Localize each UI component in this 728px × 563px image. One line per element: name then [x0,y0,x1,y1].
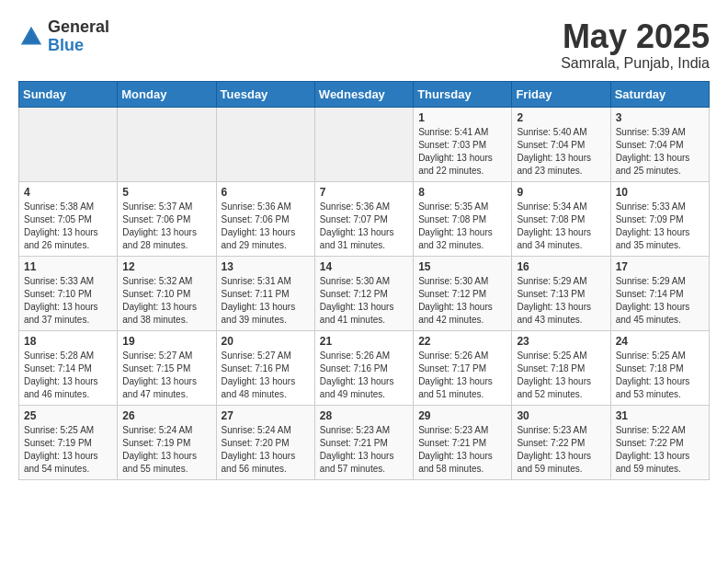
day-number: 4 [24,186,112,199]
day-info: Sunrise: 5:36 AM Sunset: 7:06 PM Dayligh… [222,201,310,252]
calendar-cell: 4Sunrise: 5:38 AM Sunset: 7:05 PM Daylig… [19,181,118,256]
day-info: Sunrise: 5:25 AM Sunset: 7:19 PM Dayligh… [24,424,112,476]
day-header-thursday: Thursday [414,81,512,107]
calendar-cell: 18Sunrise: 5:28 AM Sunset: 7:14 PM Dayli… [19,330,118,405]
day-number: 19 [122,335,210,348]
day-info: Sunrise: 5:23 AM Sunset: 7:22 PM Dayligh… [517,424,605,476]
day-number: 12 [122,260,210,273]
calendar-cell: 15Sunrise: 5:30 AM Sunset: 7:12 PM Dayli… [414,256,512,330]
day-number: 23 [517,335,605,348]
day-info: Sunrise: 5:23 AM Sunset: 7:21 PM Dayligh… [320,424,408,476]
calendar-cell: 29Sunrise: 5:23 AM Sunset: 7:21 PM Dayli… [414,405,512,479]
calendar-week-5: 25Sunrise: 5:25 AM Sunset: 7:19 PM Dayli… [19,405,710,479]
day-number: 5 [122,186,210,199]
calendar-cell: 20Sunrise: 5:27 AM Sunset: 7:16 PM Dayli… [216,330,314,405]
calendar-cell: 2Sunrise: 5:40 AM Sunset: 7:04 PM Daylig… [512,107,610,181]
calendar-cell: 21Sunrise: 5:26 AM Sunset: 7:16 PM Dayli… [314,330,413,405]
calendar-cell: 10Sunrise: 5:33 AM Sunset: 7:09 PM Dayli… [610,181,709,256]
day-number: 24 [616,335,704,348]
title-block: May 2025 Samrala, Punjab, India [561,18,710,72]
calendar-cell: 31Sunrise: 5:22 AM Sunset: 7:22 PM Dayli… [610,405,709,479]
day-info: Sunrise: 5:37 AM Sunset: 7:06 PM Dayligh… [122,201,210,252]
calendar-cell: 11Sunrise: 5:33 AM Sunset: 7:10 PM Dayli… [19,256,118,330]
calendar-cell [314,107,413,181]
calendar-cell: 16Sunrise: 5:29 AM Sunset: 7:13 PM Dayli… [512,256,610,330]
day-info: Sunrise: 5:22 AM Sunset: 7:22 PM Dayligh… [616,424,704,476]
calendar-week-1: 1Sunrise: 5:41 AM Sunset: 7:03 PM Daylig… [19,107,710,181]
logo-blue-text: Blue [48,37,109,55]
day-number: 7 [320,186,408,199]
day-number: 13 [222,260,310,273]
calendar-cell: 5Sunrise: 5:37 AM Sunset: 7:06 PM Daylig… [118,181,216,256]
day-info: Sunrise: 5:33 AM Sunset: 7:09 PM Dayligh… [616,201,704,252]
day-info: Sunrise: 5:29 AM Sunset: 7:14 PM Dayligh… [616,275,704,327]
calendar-cell: 23Sunrise: 5:25 AM Sunset: 7:18 PM Dayli… [512,330,610,405]
day-number: 31 [616,409,704,422]
calendar-cell [118,107,216,181]
calendar-cell: 9Sunrise: 5:34 AM Sunset: 7:08 PM Daylig… [512,181,610,256]
day-info: Sunrise: 5:26 AM Sunset: 7:16 PM Dayligh… [320,350,408,401]
day-number: 28 [320,409,408,422]
calendar-cell: 14Sunrise: 5:30 AM Sunset: 7:12 PM Dayli… [314,256,413,330]
day-info: Sunrise: 5:36 AM Sunset: 7:07 PM Dayligh… [320,201,408,252]
day-info: Sunrise: 5:24 AM Sunset: 7:20 PM Dayligh… [222,424,310,476]
calendar-cell: 17Sunrise: 5:29 AM Sunset: 7:14 PM Dayli… [610,256,709,330]
day-number: 10 [616,186,704,199]
day-info: Sunrise: 5:27 AM Sunset: 7:15 PM Dayligh… [122,350,210,401]
day-info: Sunrise: 5:33 AM Sunset: 7:10 PM Dayligh… [24,275,112,327]
day-number: 22 [418,335,506,348]
day-number: 30 [517,409,605,422]
calendar-cell: 19Sunrise: 5:27 AM Sunset: 7:15 PM Dayli… [118,330,216,405]
day-header-monday: Monday [118,81,216,107]
day-number: 18 [24,335,112,348]
calendar-cell: 3Sunrise: 5:39 AM Sunset: 7:04 PM Daylig… [610,107,709,181]
day-number: 17 [616,260,704,273]
day-info: Sunrise: 5:31 AM Sunset: 7:11 PM Dayligh… [222,275,310,327]
day-info: Sunrise: 5:27 AM Sunset: 7:16 PM Dayligh… [222,350,310,401]
calendar-cell: 13Sunrise: 5:31 AM Sunset: 7:11 PM Dayli… [216,256,314,330]
day-number: 14 [320,260,408,273]
calendar-header-row: SundayMondayTuesdayWednesdayThursdayFrid… [19,81,710,107]
day-number: 1 [418,111,506,124]
calendar-week-2: 4Sunrise: 5:38 AM Sunset: 7:05 PM Daylig… [19,181,710,256]
logo-general-text: General [48,18,109,37]
day-info: Sunrise: 5:30 AM Sunset: 7:12 PM Dayligh… [320,275,408,327]
day-number: 26 [122,409,210,422]
calendar-cell: 7Sunrise: 5:36 AM Sunset: 7:07 PM Daylig… [314,181,413,256]
day-number: 21 [320,335,408,348]
day-info: Sunrise: 5:26 AM Sunset: 7:17 PM Dayligh… [418,350,506,401]
month-title: May 2025 [561,18,710,55]
day-number: 9 [517,186,605,199]
day-header-saturday: Saturday [610,81,709,107]
calendar-cell: 12Sunrise: 5:32 AM Sunset: 7:10 PM Dayli… [118,256,216,330]
calendar-table: SundayMondayTuesdayWednesdayThursdayFrid… [18,81,710,480]
logo: General Blue [18,18,109,55]
day-info: Sunrise: 5:32 AM Sunset: 7:10 PM Dayligh… [122,275,210,327]
page-header: General Blue May 2025 Samrala, Punjab, I… [18,18,710,72]
day-info: Sunrise: 5:39 AM Sunset: 7:04 PM Dayligh… [616,126,704,178]
day-number: 20 [222,335,310,348]
calendar-cell: 26Sunrise: 5:24 AM Sunset: 7:19 PM Dayli… [118,405,216,479]
day-header-friday: Friday [512,81,610,107]
calendar-cell [216,107,314,181]
day-info: Sunrise: 5:25 AM Sunset: 7:18 PM Dayligh… [616,350,704,401]
calendar-cell [19,107,118,181]
calendar-cell: 27Sunrise: 5:24 AM Sunset: 7:20 PM Dayli… [216,405,314,479]
calendar-cell: 22Sunrise: 5:26 AM Sunset: 7:17 PM Dayli… [414,330,512,405]
day-info: Sunrise: 5:34 AM Sunset: 7:08 PM Dayligh… [517,201,605,252]
day-number: 8 [418,186,506,199]
calendar-cell: 25Sunrise: 5:25 AM Sunset: 7:19 PM Dayli… [19,405,118,479]
logo-icon [18,24,44,50]
day-info: Sunrise: 5:28 AM Sunset: 7:14 PM Dayligh… [24,350,112,401]
day-number: 2 [517,111,605,124]
day-header-tuesday: Tuesday [216,81,314,107]
calendar-week-3: 11Sunrise: 5:33 AM Sunset: 7:10 PM Dayli… [19,256,710,330]
day-info: Sunrise: 5:24 AM Sunset: 7:19 PM Dayligh… [122,424,210,476]
day-info: Sunrise: 5:35 AM Sunset: 7:08 PM Dayligh… [418,201,506,252]
day-header-wednesday: Wednesday [314,81,413,107]
calendar-cell: 8Sunrise: 5:35 AM Sunset: 7:08 PM Daylig… [414,181,512,256]
day-info: Sunrise: 5:38 AM Sunset: 7:05 PM Dayligh… [24,201,112,252]
day-number: 16 [517,260,605,273]
day-info: Sunrise: 5:23 AM Sunset: 7:21 PM Dayligh… [418,424,506,476]
day-info: Sunrise: 5:41 AM Sunset: 7:03 PM Dayligh… [418,126,506,178]
